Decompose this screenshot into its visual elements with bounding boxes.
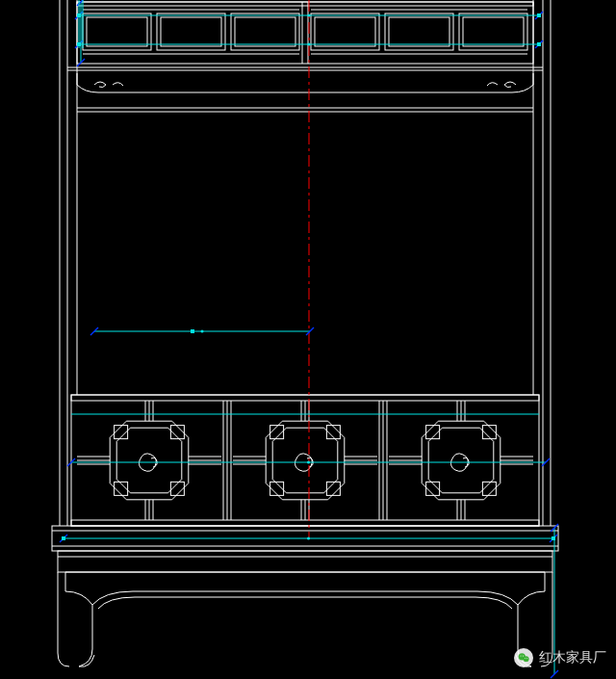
cad-viewport: 红木家具厂 [0,0,616,679]
wechat-icon [514,648,533,667]
watermark-text: 红木家具厂 [539,649,606,666]
svg-point-115 [307,537,310,540]
svg-rect-122 [191,329,194,333]
svg-point-96 [308,14,311,17]
svg-rect-90 [58,551,552,572]
svg-rect-7 [77,2,533,6]
svg-rect-15 [235,17,295,46]
svg-rect-19 [315,17,375,46]
svg-rect-31 [71,395,539,401]
svg-point-131 [521,655,522,656]
svg-point-134 [526,658,527,659]
cad-drawing [0,0,616,679]
svg-rect-23 [463,17,524,46]
svg-rect-11 [87,17,147,46]
svg-rect-13 [161,17,221,46]
svg-point-130 [524,656,529,662]
svg-rect-128 [62,536,65,540]
svg-rect-124 [537,13,541,17]
svg-rect-32 [71,520,539,526]
svg-rect-21 [389,17,449,46]
svg-point-111 [307,461,310,464]
watermark: 红木家具厂 [514,648,606,667]
svg-point-133 [525,658,526,659]
svg-rect-127 [552,536,555,540]
svg-point-100 [308,43,311,46]
svg-rect-123 [77,13,81,17]
svg-rect-126 [537,42,541,46]
svg-point-107 [201,330,204,333]
svg-point-132 [523,655,524,656]
svg-rect-125 [77,42,81,46]
